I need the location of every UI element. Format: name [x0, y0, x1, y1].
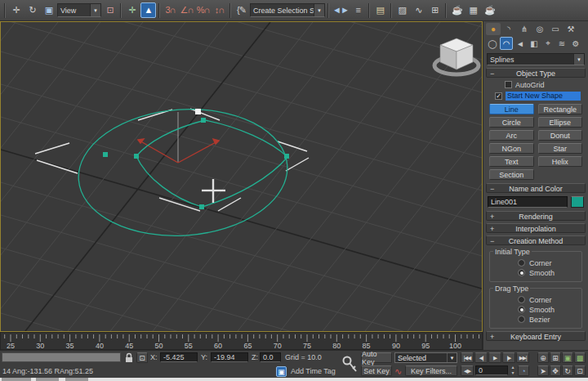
radio-drag-smooth[interactable]: Smooth	[518, 305, 580, 314]
shape-button-donut[interactable]: Donut	[538, 130, 583, 141]
radio-icon[interactable]	[518, 306, 525, 313]
z-coordinate-field[interactable]: 0.0	[260, 352, 281, 362]
radio-initial-smooth[interactable]: Smooth	[518, 268, 580, 277]
frame-spinner[interactable]: ▴▾	[510, 365, 516, 376]
zoom-extents-button[interactable]: ▣	[562, 352, 573, 363]
named-selection-set-field[interactable]: Create Selection Se▼	[250, 3, 325, 17]
subtab-shapes[interactable]: ◠	[500, 37, 513, 50]
play-button[interactable]: ▶	[488, 352, 501, 363]
x-coordinate-field[interactable]: -5.425	[160, 352, 198, 362]
keyboard-shortcut-override-icon[interactable]: ▲	[140, 2, 156, 18]
percent-snap-icon[interactable]: %∩	[195, 2, 211, 18]
subtab-systems[interactable]: ⚙	[569, 37, 582, 50]
orbit-button[interactable]: ↻	[562, 365, 573, 376]
zoom-button[interactable]: ⊕	[537, 352, 549, 363]
selection-set-dropdown[interactable]: Selected ▼	[394, 352, 457, 363]
subtab-helpers[interactable]: ⌖	[541, 37, 555, 50]
radio-icon[interactable]	[518, 269, 525, 276]
tab-motion[interactable]: ◎	[532, 23, 547, 35]
spline-category-dropdown[interactable]: Splines ▼	[487, 53, 585, 65]
toolbox-icon[interactable]: ▨	[394, 2, 410, 18]
tab-modify[interactable]: ◝	[501, 23, 516, 35]
radio-icon[interactable]	[518, 316, 525, 323]
tab-display[interactable]: ▭	[548, 23, 563, 35]
select-and-manipulate-icon[interactable]: ✛	[124, 2, 140, 18]
spinner-snap-icon[interactable]: ↕∩	[212, 2, 227, 18]
auto-key-button[interactable]: Auto Key	[361, 352, 392, 363]
radio-drag-corner[interactable]: Corner	[518, 295, 580, 304]
time-slider-ruler[interactable]: 253035404550556065707580859095100	[0, 332, 483, 350]
angle-snap-icon[interactable]: ∠∩	[179, 2, 194, 18]
rollout-object-type[interactable]: − Object Type	[486, 68, 586, 78]
pan-view-button[interactable]: ✥	[550, 365, 561, 376]
shape-button-line[interactable]: Line	[489, 104, 534, 114]
viewcube[interactable]	[434, 38, 479, 74]
shape-button-text[interactable]: Text	[489, 156, 534, 167]
reference-coordinate-system-dropdown[interactable]: View▼	[57, 3, 101, 17]
select-and-move-icon[interactable]: ✛	[8, 2, 24, 18]
shape-button-arc[interactable]: Arc	[489, 130, 534, 141]
select-and-scale-icon[interactable]: ▣	[41, 2, 56, 18]
shape-button-helix[interactable]: Helix	[538, 156, 583, 167]
object-name-field[interactable]: Line001	[488, 196, 568, 208]
set-key-filters-curve-icon[interactable]: ∿	[394, 366, 402, 377]
snap-toggle-3d-icon[interactable]: 3∩	[163, 2, 178, 18]
rollout-name-and-color[interactable]: − Name and Color	[486, 183, 586, 193]
radio-icon[interactable]	[518, 259, 525, 267]
shape-button-section[interactable]: Section	[489, 169, 534, 180]
rendered-frame-window-icon[interactable]: ▦	[466, 2, 481, 18]
autogrid-checkbox[interactable]	[505, 81, 512, 88]
rollout-creation-method[interactable]: − Creation Method	[486, 235, 586, 245]
autogrid-checkbox-row[interactable]: AutoGrid	[505, 80, 588, 89]
subtab-geometry[interactable]: ◯	[486, 37, 499, 50]
shape-button-ngon[interactable]: NGon	[489, 143, 534, 154]
align-icon[interactable]: ≡	[350, 2, 366, 18]
perspective-viewport[interactable]	[0, 21, 483, 332]
current-frame-field[interactable]: 0	[475, 365, 508, 375]
go-to-end-button[interactable]: ▶▶|	[516, 352, 529, 363]
render-production-icon[interactable]: ☕	[482, 2, 497, 18]
maximize-viewport-toggle[interactable]: ⊡	[574, 365, 586, 376]
key-filters-button[interactable]: Key Filters...	[405, 365, 457, 376]
subtab-cameras[interactable]: ◧	[528, 37, 541, 50]
next-frame-button[interactable]: |▶	[502, 352, 515, 363]
start-new-shape-checkbox[interactable]: ✓	[495, 92, 502, 100]
layer-manager-icon[interactable]: ▤	[372, 2, 388, 18]
shape-button-ellipse[interactable]: Ellipse	[538, 117, 583, 128]
add-time-tag[interactable]: Add Time Tag	[291, 367, 336, 375]
field-of-view-button[interactable]: ➤	[537, 365, 549, 376]
start-new-shape-row[interactable]: ✓ Start New Shape	[495, 92, 588, 101]
tab-utilities[interactable]: ⚒	[564, 23, 578, 35]
rollout-rendering[interactable]: + Rendering	[486, 211, 586, 221]
previous-frame-button[interactable]: ◀|	[474, 352, 488, 363]
shape-button-rectangle[interactable]: Rectangle	[538, 104, 583, 114]
radio-icon[interactable]	[518, 296, 525, 303]
render-setup-icon[interactable]: ☕	[449, 2, 465, 18]
use-pivot-point-center-icon[interactable]: ⊡	[102, 2, 118, 18]
set-key-button[interactable]: Set Key	[361, 365, 392, 376]
select-and-rotate-icon[interactable]: ↻	[24, 2, 40, 18]
object-color-swatch[interactable]	[571, 196, 584, 208]
curve-editor-icon[interactable]: ∿	[411, 2, 426, 18]
shape-button-circle[interactable]: Circle	[489, 117, 534, 128]
rollout-interpolation[interactable]: + Interpolation	[486, 223, 586, 233]
shape-button-star[interactable]: Star	[538, 143, 583, 154]
time-configuration-button[interactable]: ◔	[518, 365, 529, 376]
zoom-all-button[interactable]: ⊞	[550, 352, 561, 363]
radio-drag-bezier[interactable]: Bezier	[518, 315, 580, 324]
selection-lock-icon[interactable]	[124, 352, 134, 363]
tab-hierarchy[interactable]: ⋔	[517, 23, 532, 35]
key-mode-toggle-button[interactable]: ◀▶	[461, 365, 474, 376]
absolute-mode-toggle[interactable]: ⊡	[136, 352, 148, 363]
subtab-space-warps[interactable]: ≋	[555, 37, 568, 50]
mirror-icon[interactable]: ◄►	[332, 2, 350, 18]
y-coordinate-field[interactable]: -19.94	[211, 352, 248, 362]
go-to-start-button[interactable]: |◀◀	[461, 352, 474, 363]
tab-create[interactable]: ●	[486, 23, 501, 35]
rollout-keyboard-entry[interactable]: + Keyboard Entry	[486, 331, 586, 341]
radio-initial-corner[interactable]: Corner	[518, 258, 580, 267]
edit-named-selection-sets-icon[interactable]: {✎	[234, 2, 249, 18]
maxscript-mini-listener[interactable]	[2, 352, 121, 362]
subtab-lights[interactable]: ◄	[514, 37, 527, 50]
window-toggle-button[interactable]: ▣	[276, 366, 287, 377]
